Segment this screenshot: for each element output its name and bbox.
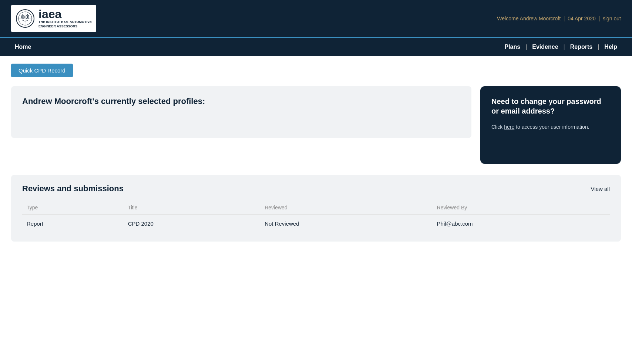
view-all-link[interactable]: View all <box>591 186 610 192</box>
logo-box: iaea THE INSTITUTE OF AUTOMOTIVE ENGINEE… <box>11 5 96 31</box>
profile-heading: Andrew Moorcroft's currently selected pr… <box>22 97 460 106</box>
nav-sep-1: | <box>525 44 527 50</box>
main-content: Quick CPD Record Andrew Moorcroft's curr… <box>0 56 632 249</box>
reviews-header: Reviews and submissions View all <box>22 184 610 193</box>
col-title-header: Title <box>124 201 260 215</box>
nav-sep-3: | <box>598 44 599 50</box>
table-row: ReportCPD 2020Not ReviewedPhil@abc.com <box>22 215 610 233</box>
reviews-table: Type Title Reviewed Reviewed By ReportCP… <box>22 201 610 233</box>
nav-home[interactable]: Home <box>11 44 35 50</box>
profile-card: Andrew Moorcroft's currently selected pr… <box>11 86 471 138</box>
welcome-text: Welcome Andrew Moorcroft <box>497 16 561 21</box>
nav-left: Home <box>11 44 35 50</box>
header-top: iaea THE INSTITUTE OF AUTOMOTIVE ENGINEE… <box>0 0 632 37</box>
password-here-link[interactable]: here <box>504 124 514 130</box>
cell-title: CPD 2020 <box>124 215 260 233</box>
svg-point-6 <box>22 16 24 18</box>
reviews-table-header-row: Type Title Reviewed Reviewed By <box>22 201 610 215</box>
reviews-section: Reviews and submissions View all Type Ti… <box>11 175 621 242</box>
reviews-table-body: ReportCPD 2020Not ReviewedPhil@abc.com <box>22 215 610 233</box>
cell-type: Report <box>22 215 124 233</box>
cell-reviewed_by: Phil@abc.com <box>433 215 610 233</box>
nav-bar: Home Plans | Evidence | Reports | Help <box>0 37 632 56</box>
password-card: Need to change your password or email ad… <box>480 86 621 164</box>
reviews-table-head: Type Title Reviewed Reviewed By <box>22 201 610 215</box>
profile-section: Andrew Moorcroft's currently selected pr… <box>11 86 621 164</box>
reviews-heading: Reviews and submissions <box>22 184 124 193</box>
password-card-body: Click here to access your user informati… <box>491 123 610 131</box>
nav-help[interactable]: Help <box>601 44 621 50</box>
date-text: 04 Apr 2020 <box>568 16 596 21</box>
svg-point-7 <box>27 16 28 18</box>
signout-link[interactable]: sign out <box>603 16 621 21</box>
password-body-before: Click <box>491 124 504 130</box>
header-user-info: Welcome Andrew Moorcroft | 04 Apr 2020 |… <box>497 16 621 21</box>
password-body-after: to access your user information. <box>514 124 589 130</box>
nav-evidence[interactable]: Evidence <box>528 44 562 50</box>
logo-emblem-icon <box>16 9 35 28</box>
nav-plans[interactable]: Plans <box>501 44 524 50</box>
password-card-heading: Need to change your password or email ad… <box>491 97 610 116</box>
nav-right: Plans | Evidence | Reports | Help <box>501 44 621 50</box>
logo-text: iaea THE INSTITUTE OF AUTOMOTIVE ENGINEE… <box>38 8 92 28</box>
logo-subtitle: THE INSTITUTE OF AUTOMOTIVE ENGINEER ASS… <box>38 20 92 28</box>
col-type-header: Type <box>22 201 124 215</box>
quick-cpd-button[interactable]: Quick CPD Record <box>11 64 73 77</box>
col-reviewed-header: Reviewed <box>260 201 432 215</box>
nav-reports[interactable]: Reports <box>567 44 596 50</box>
logo-iaea-text: iaea <box>38 8 92 20</box>
nav-sep-2: | <box>564 44 565 50</box>
cell-reviewed: Not Reviewed <box>260 215 432 233</box>
col-reviewed-by-header: Reviewed By <box>433 201 610 215</box>
